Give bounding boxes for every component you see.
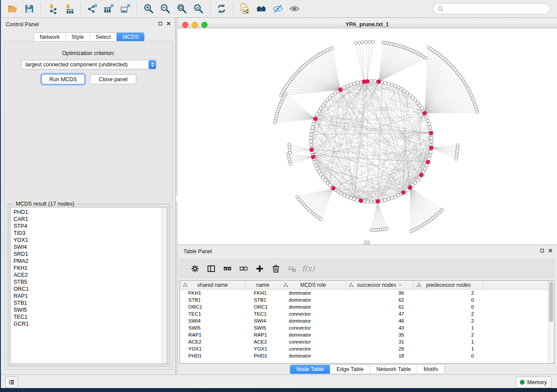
mcds-list-scrollbar[interactable] — [161, 207, 167, 364]
horizontal-splitter-grip[interactable] — [364, 241, 370, 244]
hide-details-button[interactable] — [270, 1, 286, 16]
mcds-result-item[interactable]: ACE2 — [14, 272, 167, 279]
column-header-predecessor-nodes[interactable]: predecessor nodes — [414, 281, 484, 289]
memory-button[interactable]: Memory — [515, 376, 551, 388]
optimization-criterion-label: Optimization criterion: — [4, 50, 173, 56]
table-row[interactable]: ORC1ORC1dominator610 — [180, 303, 554, 310]
mcds-result-item[interactable]: FKH1 — [14, 265, 167, 272]
mcds-result-item[interactable]: PMA2 — [14, 258, 167, 265]
open-file-button[interactable] — [4, 1, 21, 16]
save-session-icon — [24, 3, 35, 14]
export-network-button[interactable] — [84, 1, 100, 16]
export-table-button[interactable] — [100, 1, 117, 16]
network-graph-canvas[interactable] — [177, 28, 557, 245]
zoom-in-icon — [143, 3, 154, 14]
import-table-button[interactable] — [61, 1, 77, 16]
table-cell: SWI4 — [180, 318, 246, 323]
mcds-result-item[interactable]: ORC1 — [14, 285, 167, 292]
status-bar: Memory — [1, 375, 557, 388]
close-panel-icon[interactable] — [166, 21, 171, 26]
column-header-successor-nodes[interactable]: successor nodes — [346, 281, 414, 289]
table-scrollbar[interactable] — [548, 281, 554, 363]
zoom-out-icon — [159, 3, 171, 14]
export-network-icon — [86, 3, 98, 14]
table-cell: 0 — [414, 353, 484, 358]
criterion-select[interactable]: largest connected component (undirected) — [21, 60, 157, 69]
table-cell: ACE2 — [246, 339, 280, 344]
show-details-button[interactable] — [286, 1, 303, 16]
delete-columns-button[interactable] — [268, 261, 284, 276]
table-row[interactable]: YOX1YOX1connector291 — [180, 345, 554, 352]
table-panel-title: Table Panel — [183, 248, 212, 254]
mcds-result-item[interactable]: SRD1 — [14, 251, 167, 258]
close-panel-icon[interactable] — [548, 248, 553, 253]
mcds-result-item[interactable]: TEC1 — [14, 313, 167, 320]
mcds-result-item[interactable]: STP4 — [14, 223, 167, 230]
tab-node-table[interactable]: Node Table — [290, 365, 330, 374]
save-session-button[interactable] — [21, 1, 38, 16]
tab-style[interactable]: Style — [66, 33, 90, 41]
show-column-panel-button[interactable] — [203, 261, 219, 276]
table-scrollbar-thumb[interactable] — [549, 282, 553, 322]
task-history-button[interactable] — [5, 376, 18, 388]
add-column-button[interactable] — [252, 261, 268, 276]
network-window-titlebar[interactable]: YPA_prune.txt_1 — [177, 20, 557, 28]
mcds-result-item[interactable]: PHD1 — [14, 209, 167, 216]
search-input[interactable] — [446, 5, 546, 12]
table-row[interactable]: STB1STB1dominator620 — [180, 296, 554, 303]
close-panel-button[interactable]: Close panel — [90, 74, 136, 84]
tab-network[interactable]: Network — [34, 33, 66, 41]
table-cell: FKH1 — [180, 290, 246, 296]
column-header-MCDS-role[interactable]: MCDS role — [280, 281, 346, 289]
table-row[interactable]: SWI5SWI5connector431 — [180, 324, 554, 331]
mcds-result-item[interactable]: SWI4 — [14, 244, 167, 251]
tab-edge-table[interactable]: Edge Table — [330, 365, 370, 374]
tab-network-table[interactable]: Network Table — [370, 365, 418, 374]
table-cell: YOX1 — [180, 346, 246, 351]
export-image-button[interactable] — [117, 1, 134, 16]
mcds-result-item[interactable]: RAP1 — [14, 292, 167, 299]
mcds-result-item[interactable]: TID3 — [14, 230, 167, 237]
table-row[interactable]: RAP1RAP1dominator352 — [180, 331, 554, 338]
mcds-result-item[interactable]: GCR1 — [14, 320, 167, 327]
refresh-button[interactable] — [213, 1, 230, 16]
import-network-button[interactable] — [44, 1, 61, 16]
float-panel-icon[interactable] — [158, 21, 163, 26]
table-cell: 2 — [414, 332, 484, 337]
zoom-fit-button[interactable] — [173, 1, 190, 16]
search-box — [433, 3, 550, 14]
column-header-shared-name[interactable]: shared name — [180, 281, 246, 289]
table-row[interactable]: TEC1TEC1connector472 — [180, 310, 554, 317]
home-button[interactable] — [253, 1, 270, 16]
select-all-columns-button[interactable] — [219, 261, 235, 276]
function-builder-icon: f(x) — [302, 264, 315, 273]
tab-motifs[interactable]: Motifs — [417, 365, 444, 374]
float-panel-icon[interactable] — [540, 248, 545, 253]
table-toolbar: f(x) — [180, 259, 554, 278]
mcds-result-item[interactable]: STB5 — [14, 279, 167, 285]
mcds-result-item[interactable]: STB1 — [14, 299, 167, 306]
zoom-selected-button[interactable] — [190, 1, 207, 16]
table-row[interactable]: SWI4SWI4dominator462 — [180, 317, 554, 324]
table-row[interactable]: ACE2ACE2connector311 — [180, 338, 554, 345]
run-mcds-button[interactable]: Run MCDS — [42, 74, 85, 84]
mcds-result-item[interactable]: SWI5 — [14, 306, 167, 313]
tab-mcds[interactable]: MCDS — [117, 33, 144, 41]
mcds-result-title: MCDS result (17 nodes) — [14, 201, 76, 207]
unselect-all-columns-button[interactable] — [235, 261, 252, 276]
mcds-result-item[interactable]: YOX1 — [14, 237, 167, 244]
tab-select[interactable]: Select — [90, 33, 117, 41]
zoom-in-button[interactable] — [140, 1, 157, 16]
network-graph[interactable] — [177, 28, 557, 245]
copy-network-button[interactable] — [236, 1, 253, 16]
column-settings-button[interactable] — [187, 261, 203, 276]
table-row[interactable]: FKH1FKH1dominator962 — [180, 289, 554, 296]
table-cell: dominator — [280, 318, 346, 323]
mcds-result-item[interactable]: CAR1 — [14, 216, 167, 223]
toolbar-separator — [137, 2, 137, 15]
column-header-name[interactable]: name — [246, 281, 280, 289]
zoom-out-button[interactable] — [157, 1, 173, 16]
table-row[interactable]: PHD1PHD1dominator180 — [180, 352, 554, 359]
table-cell: 62 — [346, 297, 414, 303]
table-cell: 1 — [414, 346, 484, 351]
